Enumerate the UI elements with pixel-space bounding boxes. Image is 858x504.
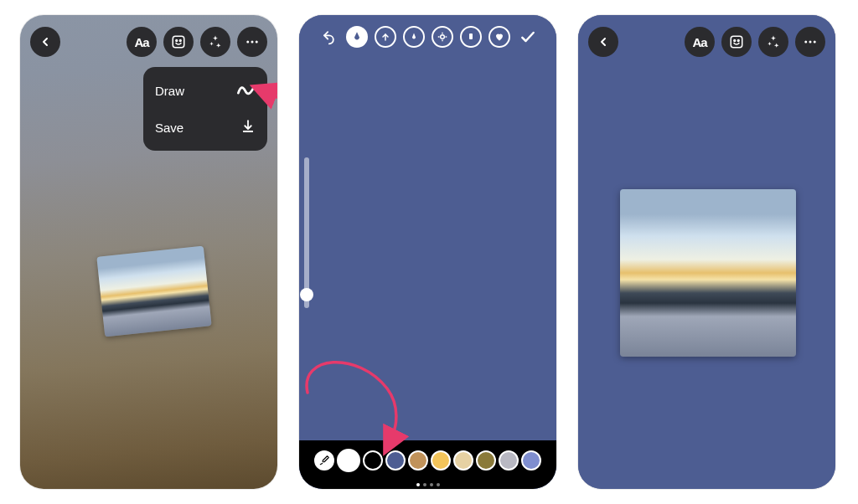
back-button[interactable] bbox=[588, 27, 618, 57]
marker-tool[interactable] bbox=[403, 26, 425, 48]
eraser-tool[interactable] bbox=[460, 26, 482, 48]
sticker-tool-button[interactable] bbox=[721, 27, 752, 57]
color-picker-bar bbox=[299, 440, 556, 489]
heart-tool[interactable] bbox=[488, 26, 510, 48]
svg-rect-10 bbox=[731, 36, 742, 48]
color-swatch[interactable] bbox=[431, 450, 451, 471]
more-button[interactable] bbox=[795, 27, 825, 57]
svg-point-14 bbox=[809, 41, 812, 44]
story-draw-screen bbox=[299, 15, 556, 489]
svg-point-3 bbox=[246, 41, 249, 44]
svg-point-1 bbox=[176, 40, 178, 42]
svg-rect-0 bbox=[173, 36, 184, 48]
undo-button[interactable] bbox=[318, 26, 339, 48]
color-swatch[interactable] bbox=[499, 450, 519, 471]
svg-point-11 bbox=[734, 40, 736, 42]
neon-tool[interactable] bbox=[432, 26, 453, 48]
color-swatch[interactable] bbox=[385, 450, 406, 471]
arrow-tool[interactable] bbox=[375, 26, 396, 48]
color-swatch[interactable] bbox=[363, 450, 383, 471]
menu-item-label: Save bbox=[155, 121, 183, 135]
svg-point-5 bbox=[256, 41, 258, 44]
menu-item-draw[interactable]: Draw bbox=[143, 72, 267, 109]
color-pager bbox=[299, 483, 556, 486]
svg-point-13 bbox=[804, 41, 807, 44]
draw-toolbar bbox=[299, 22, 556, 52]
svg-point-4 bbox=[251, 41, 254, 44]
svg-rect-9 bbox=[469, 33, 473, 39]
svg-point-8 bbox=[440, 35, 444, 39]
placed-photo[interactable] bbox=[96, 246, 211, 337]
sticker-tool-button[interactable] bbox=[163, 27, 194, 57]
text-tool-button[interactable]: Aa bbox=[685, 27, 715, 57]
back-button[interactable] bbox=[30, 27, 60, 57]
menu-item-label: Draw bbox=[155, 84, 184, 98]
color-swatch[interactable] bbox=[521, 450, 541, 471]
color-swatch[interactable] bbox=[453, 450, 473, 471]
effects-tool-button[interactable] bbox=[758, 27, 788, 57]
editor-toolbar: Aa bbox=[578, 27, 835, 57]
text-tool-button[interactable]: Aa bbox=[127, 27, 157, 57]
more-button[interactable] bbox=[237, 27, 267, 57]
color-swatch[interactable] bbox=[476, 450, 496, 471]
svg-point-12 bbox=[737, 40, 739, 42]
eyedropper-button[interactable] bbox=[314, 450, 334, 471]
svg-point-15 bbox=[814, 41, 816, 44]
draw-canvas[interactable] bbox=[299, 15, 556, 489]
done-button[interactable] bbox=[517, 26, 539, 48]
editor-toolbar: Aa bbox=[20, 27, 277, 57]
squiggle-icon bbox=[237, 83, 256, 99]
placed-photo[interactable] bbox=[620, 189, 796, 357]
menu-item-save[interactable]: Save bbox=[143, 109, 267, 146]
svg-point-2 bbox=[179, 40, 181, 42]
download-icon bbox=[240, 119, 256, 136]
brush-size-slider[interactable] bbox=[304, 157, 309, 308]
effects-tool-button[interactable] bbox=[200, 27, 230, 57]
story-editor-screen-final: Aa bbox=[578, 15, 835, 489]
color-swatch[interactable] bbox=[337, 449, 360, 472]
color-swatch[interactable] bbox=[408, 450, 428, 471]
pen-tool[interactable] bbox=[346, 26, 368, 48]
more-menu: Draw Save bbox=[143, 67, 267, 151]
story-editor-screen-menu: Aa Draw Save bbox=[20, 15, 277, 489]
